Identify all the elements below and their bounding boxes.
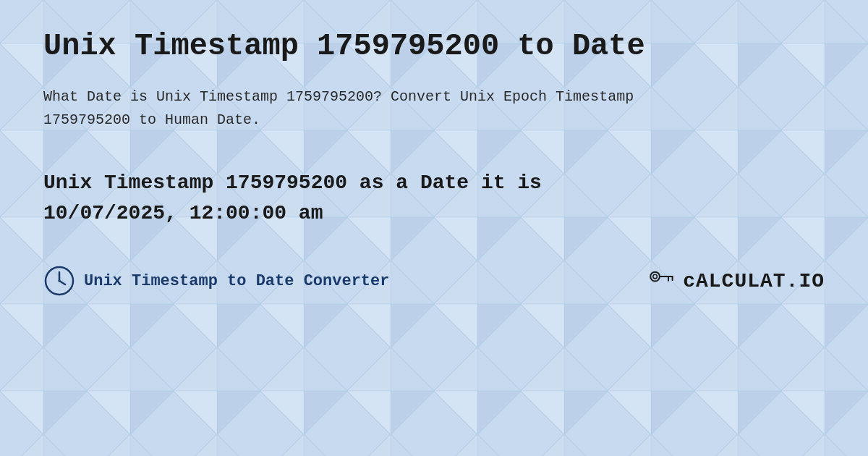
result-section: Unix Timestamp 1759795200 as a Date it i… (43, 168, 825, 229)
main-content: Unix Timestamp 1759795200 to Date What D… (0, 0, 868, 326)
svg-point-10 (650, 271, 660, 281)
footer-left[interactable]: Unix Timestamp to Date Converter (43, 265, 389, 297)
clock-icon (43, 265, 75, 297)
footer-bar: Unix Timestamp to Date Converter cALCULA… (43, 265, 825, 297)
page-title: Unix Timestamp 1759795200 to Date (43, 29, 825, 64)
logo-area[interactable]: cALCULAT.IO (648, 269, 825, 294)
page-description: What Date is Unix Timestamp 1759795200? … (43, 85, 694, 132)
calculatio-icon (648, 269, 677, 294)
svg-point-9 (59, 280, 61, 282)
logo-text: cALCULAT.IO (683, 270, 825, 292)
result-text: Unix Timestamp 1759795200 as a Date it i… (43, 168, 825, 229)
svg-point-11 (653, 274, 658, 279)
result-line1: Unix Timestamp 1759795200 as a Date it i… (43, 172, 542, 194)
footer-link-text[interactable]: Unix Timestamp to Date Converter (84, 272, 389, 290)
result-line2: 10/07/2025, 12:00:00 am (43, 202, 323, 224)
